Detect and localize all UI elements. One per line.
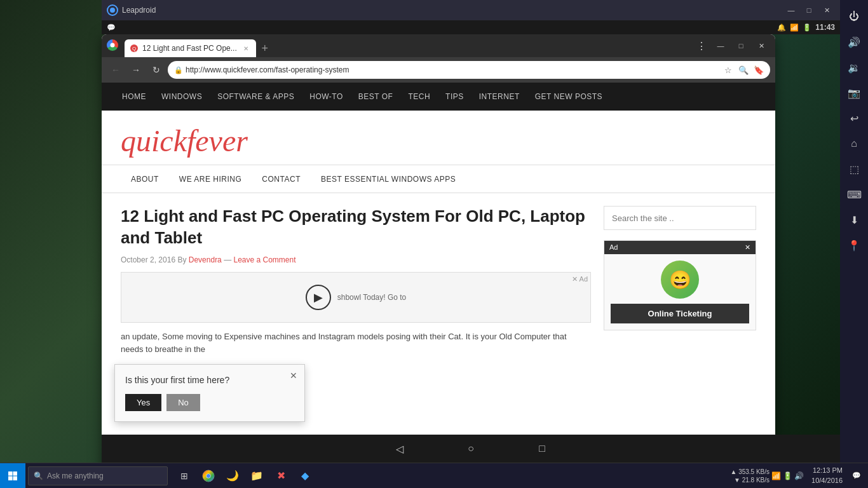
clock-time: 12:13 PM: [811, 466, 843, 475]
app-taskbar-icon-1[interactable]: ✖: [269, 464, 292, 487]
address-bar-icons: ☆ 🔍 🔖: [722, 64, 765, 76]
tab-close-button[interactable]: ✕: [241, 43, 251, 53]
site-nav-item-howto[interactable]: HOW-TO: [302, 83, 351, 111]
site-navigation: HOMEWINDOWSSOFTWARE & APPSHOW-TOBEST OFT…: [102, 83, 775, 111]
system-icons: ▲ 353.5 KB/s▼ 21.8 KB/s 📶 🔋 🔊: [730, 468, 804, 484]
bookmark-star-icon[interactable]: ☆: [722, 64, 735, 76]
download-button[interactable]: ⬇: [843, 208, 865, 231]
article-body: an update, Some moving to Expensive mach…: [121, 330, 591, 357]
chrome-taskbar-icon[interactable]: [197, 464, 220, 487]
taskbar-search-box[interactable]: 🔍 Ask me anything: [28, 466, 168, 485]
ad-close-button[interactable]: ✕ Ad: [572, 275, 588, 283]
search-input[interactable]: [604, 206, 756, 230]
popup-question: Is this your first time here?: [125, 375, 294, 385]
ad-cta-label: Online Ticketing: [611, 304, 749, 323]
chrome-titlebar: Q 12 Light and Fast PC Ope... ✕ + ⋮ — □ …: [102, 34, 775, 57]
site-nav-item-software[interactable]: SOFTWARE & APPS: [210, 83, 302, 111]
article-author-link[interactable]: Devendra: [189, 255, 222, 264]
volume-up-button[interactable]: 🔊: [843, 30, 865, 53]
svg-point-1: [110, 8, 115, 13]
secondary-nav-item-hiring[interactable]: WE ARE HIRING: [169, 165, 252, 193]
secondary-nav-item-contact[interactable]: CONTACT: [252, 165, 311, 193]
home-button[interactable]: ⌂: [843, 132, 865, 155]
article-date: October 2, 2016: [121, 255, 175, 264]
popup-close-button[interactable]: ✕: [288, 370, 299, 381]
article-comment-link[interactable]: Leave a Comment: [233, 255, 295, 264]
article-meta: October 2, 2016 By Devendra — Leave a Co…: [121, 255, 591, 264]
minimize-button[interactable]: —: [712, 39, 729, 52]
leapdroid-close-button[interactable]: ✕: [818, 4, 835, 17]
tab-title: 12 Light and Fast PC Ope...: [142, 44, 237, 53]
reload-button[interactable]: ↻: [147, 61, 165, 79]
popup-yes-button[interactable]: Yes: [125, 394, 161, 411]
leapdroid-maximize-button[interactable]: □: [801, 4, 817, 17]
search-icon[interactable]: 🔍: [737, 64, 750, 76]
site-logo: quickfever: [121, 123, 756, 158]
article-section: 12 Light and Fast PC Operating System Fo…: [121, 206, 591, 356]
secondary-navigation: ABOUTWE ARE HIRINGCONTACTBEST ESSENTIAL …: [102, 165, 775, 193]
svg-rect-4: [8, 471, 13, 476]
action-center-button[interactable]: 💬: [850, 470, 863, 482]
camera-button[interactable]: 📷: [843, 81, 865, 104]
android-back-button[interactable]: ◁: [390, 438, 410, 459]
article-title: 12 Light and Fast PC Operating System Fo…: [121, 206, 591, 249]
ad-avatar-image: 😄: [661, 261, 699, 299]
start-button[interactable]: [0, 463, 25, 489]
address-bar[interactable]: 🔒 http://www.quickfever.com/fast-operati…: [168, 61, 770, 79]
secondary-nav-item-about[interactable]: ABOUT: [121, 165, 169, 193]
app-taskbar-icon-2[interactable]: ◆: [294, 464, 316, 487]
site-nav-item-tips[interactable]: TIPS: [438, 83, 471, 111]
svg-point-11: [207, 474, 210, 478]
back-button[interactable]: ↩: [843, 107, 865, 130]
popup-no-button[interactable]: No: [166, 394, 200, 411]
tab-favicon: Q: [130, 44, 139, 53]
site-nav-item-bestof[interactable]: BEST OF: [351, 83, 401, 111]
leapdroid-titlebar: Leapdroid — □ ✕: [102, 0, 840, 20]
ad-header-close[interactable]: ✕: [745, 243, 750, 252]
site-nav-item-tech[interactable]: TECH: [400, 83, 438, 111]
location-button[interactable]: 📍: [843, 234, 865, 257]
close-button[interactable]: ✕: [752, 39, 770, 52]
android-home-button[interactable]: ○: [461, 438, 481, 459]
ad-content: 😄 Online Ticketing: [604, 254, 756, 330]
secondary-nav-item-bestapps[interactable]: BEST ESSENTIAL WINDOWS APPS: [311, 165, 466, 193]
forward-button[interactable]: →: [127, 61, 145, 79]
night-mode-taskbar-icon[interactable]: 🌙: [221, 464, 244, 487]
keyboard-button[interactable]: ⌨: [843, 183, 865, 206]
file-explorer-taskbar-icon[interactable]: 📁: [245, 464, 268, 487]
android-navigation-bar: ◁ ○ □: [102, 435, 840, 463]
taskbar-app-icons: ⊞ 🌙 📁 ✖ ◆: [173, 464, 316, 487]
main-content-area: 12 Light and Fast PC Operating System Fo…: [102, 193, 775, 369]
volume-down-button[interactable]: 🔉: [843, 56, 865, 79]
leapdroid-minimize-button[interactable]: —: [783, 4, 799, 17]
leapdroid-window-controls: — □ ✕: [783, 4, 835, 17]
secure-icon: 🔒: [174, 66, 183, 74]
chrome-menu-button[interactable]: ⋮: [696, 40, 707, 52]
site-logo-area: quickfever: [102, 111, 775, 165]
sidebar-advertisement: Ad ✕ 😄 Online Ticketing: [604, 240, 756, 330]
chrome-active-tab[interactable]: Q 12 Light and Fast PC Ope... ✕: [125, 39, 256, 57]
power-button[interactable]: ⏻: [843, 5, 865, 28]
new-tab-button[interactable]: +: [256, 39, 274, 57]
site-nav-item-home[interactable]: HOME: [114, 83, 154, 111]
site-nav-item-internet[interactable]: INTERNET: [471, 83, 527, 111]
chrome-window-controls: — □ ✕: [712, 39, 770, 52]
leapdroid-logo-icon: [107, 4, 118, 16]
chrome-tabs-container: Q 12 Light and Fast PC Ope... ✕ +: [125, 34, 694, 57]
chrome-window: Q 12 Light and Fast PC Ope... ✕ + ⋮ — □ …: [102, 34, 775, 485]
android-recent-button[interactable]: □: [532, 438, 552, 459]
first-time-popup: ✕ Is this your first time here? Yes No: [114, 364, 305, 422]
back-button[interactable]: ←: [107, 61, 125, 79]
whatsapp-notification-icon: 💬: [107, 24, 116, 32]
svg-rect-7: [13, 476, 18, 480]
taskbar-search-icon: 🔍: [34, 471, 43, 480]
reading-list-icon[interactable]: 🔖: [752, 64, 765, 76]
task-view-button[interactable]: ⊞: [173, 464, 196, 487]
url-text: http://www.quickfever.com/fast-operating…: [186, 65, 722, 74]
site-nav-item-windows[interactable]: WINDOWS: [154, 83, 210, 111]
maximize-button[interactable]: □: [732, 39, 750, 52]
site-nav-item-getnewposts[interactable]: GET NEW POSTS: [527, 83, 610, 111]
windows-logo-icon: [8, 471, 18, 481]
svg-rect-5: [13, 471, 18, 476]
recent-button[interactable]: ⬚: [843, 158, 865, 180]
